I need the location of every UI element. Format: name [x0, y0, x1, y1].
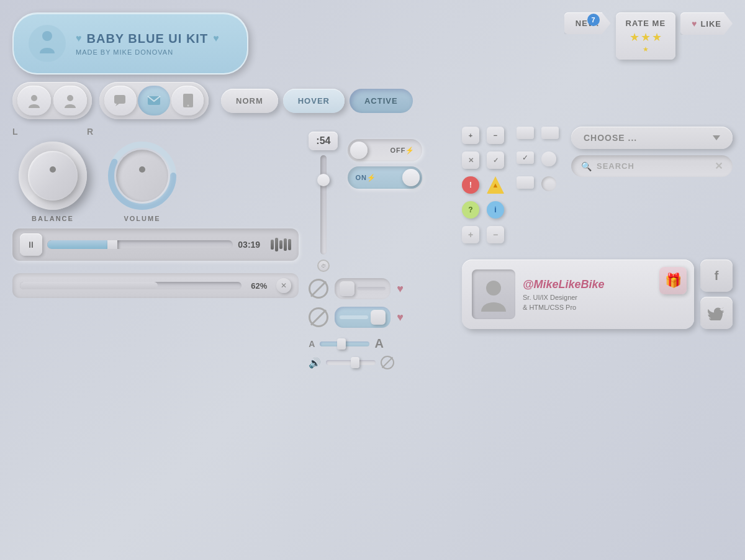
tab-icon-group	[99, 82, 209, 119]
download-close-button[interactable]: ✕	[276, 278, 291, 293]
star-1: ★	[630, 30, 639, 44]
h-toggle-2-track	[340, 315, 368, 319]
progress-thumb	[107, 240, 117, 249]
banner: ♥ BABY BLUE UI KIT ♥ MADE BY MIKE DONOVA…	[12, 12, 248, 75]
eq-bar-3	[279, 240, 282, 249]
forbidden-line-1	[310, 281, 327, 297]
warning-icon: ▲	[487, 176, 504, 194]
svg-point-0	[42, 31, 52, 41]
user-btn-2[interactable]	[53, 86, 87, 115]
top-right-buttons: NEW! 7 RATE ME ★ ★ ★ ★ ♥ LIKE	[256, 12, 733, 60]
social-profile-row: @MikeLikeBike Sr. UI/IX Designer & HTML/…	[462, 260, 733, 329]
user-btn-1[interactable]	[17, 86, 51, 115]
download-fill	[20, 282, 158, 289]
x-icon[interactable]: ✕	[462, 151, 479, 169]
font-slider-track[interactable]	[320, 341, 369, 346]
facebook-icon: f	[715, 269, 719, 283]
profile-card-wrap: @MikeLikeBike Sr. UI/IX Designer & HTML/…	[462, 260, 694, 329]
time-display: 03:19	[238, 240, 266, 250]
twitter-button[interactable]	[700, 297, 733, 329]
balance-knob-container: L R BALANCE	[12, 127, 93, 222]
right-top: + − ✕ ✓ ! ▲ ? i + −	[462, 127, 733, 248]
banner-text: ♥ BABY BLUE UI KIT ♥ MADE BY MIKE DONOVA…	[76, 31, 232, 56]
forbidden-icon-2	[309, 307, 328, 327]
hover-label: HOVER	[298, 96, 330, 106]
svg-point-2	[67, 95, 73, 101]
new-button-wrap: NEW! 7	[564, 12, 611, 34]
eq-bars	[271, 238, 291, 251]
clock-icon: ⏱	[317, 260, 330, 272]
pause-button[interactable]: ⏸	[20, 233, 42, 256]
volume-knob[interactable]	[108, 142, 176, 210]
volume-slider-track[interactable]	[326, 360, 376, 365]
banner-heart-left: ♥	[76, 33, 82, 44]
avatar-icon	[478, 276, 509, 313]
gift-icon: 🎁	[659, 267, 687, 294]
choose-dropdown[interactable]: CHOOSE ...	[571, 127, 733, 149]
checkbox-empty-1[interactable]	[517, 127, 534, 139]
checkbox-empty-3[interactable]	[517, 176, 534, 189]
tablet-icon	[179, 93, 196, 109]
norm-button[interactable]: NORM	[221, 89, 278, 113]
vertical-slider-track[interactable]	[320, 155, 327, 255]
toggle-on[interactable]: ON⚡	[348, 166, 422, 189]
search-label: SEARCH	[597, 161, 710, 171]
check-icon[interactable]: ✓	[487, 151, 504, 169]
choose-arrow-icon	[713, 135, 720, 140]
mute-icon	[381, 356, 394, 369]
mail-icon	[146, 93, 162, 109]
tab-mail[interactable]	[138, 86, 170, 115]
active-label: ACTIVE	[364, 96, 398, 106]
star-sub-rating: ★	[643, 45, 649, 53]
balance-lr-labels: L R	[12, 127, 93, 137]
tab-chat[interactable]	[104, 86, 137, 115]
minus-outline-icon[interactable]: −	[487, 226, 504, 243]
balance-label: BALANCE	[32, 215, 74, 222]
font-slider-thumb	[337, 338, 346, 350]
radio-empty[interactable]	[541, 151, 556, 166]
h-toggle-1[interactable]	[335, 278, 391, 299]
eq-bar-4	[284, 238, 287, 251]
volume-label: VOLUME	[124, 215, 160, 222]
radio-selected[interactable]	[541, 176, 556, 191]
sections-wrapper: L R BALANCE	[12, 127, 733, 548]
minus-icon[interactable]: −	[487, 127, 504, 144]
eq-bar-5	[288, 239, 291, 250]
h-toggle-2[interactable]	[335, 307, 391, 328]
toggle-off[interactable]: OFF⚡	[348, 139, 422, 161]
question-icon: ?	[462, 201, 479, 219]
banner-title: BABY BLUE UI KIT	[87, 31, 209, 46]
checkbox-checked[interactable]: ✓	[517, 151, 534, 164]
icons-grid: + − ✕ ✓ ! ▲ ? i + −	[462, 127, 509, 248]
speaker-icon: 🔊	[309, 357, 321, 369]
like-label: LIKE	[700, 19, 721, 29]
mute-line	[382, 357, 393, 368]
plus-icon[interactable]: +	[462, 127, 479, 144]
banner-icon	[29, 25, 66, 62]
like-button[interactable]: ♥ LIKE	[680, 12, 733, 35]
balance-knob[interactable]	[19, 142, 87, 210]
tab-tablet[interactable]	[171, 86, 204, 115]
avatar-box	[472, 269, 515, 319]
profile-subtitle: & HTML/CSS Pro	[523, 304, 684, 311]
toggle-pair: OFF⚡ ON⚡	[348, 139, 422, 189]
checkboxes-grid: ✓	[517, 127, 564, 248]
user-buttons-group	[12, 82, 92, 119]
volume-slider-row: 🔊	[309, 356, 452, 369]
new-button[interactable]: NEW!	[564, 12, 611, 34]
svg-point-1	[31, 95, 37, 101]
progress-track[interactable]	[47, 240, 233, 249]
volume-knob-container: VOLUME	[108, 142, 176, 222]
plus-outline-icon[interactable]: +	[462, 226, 479, 243]
toggle-row-2: ♥	[309, 307, 452, 328]
toggle-off-label: OFF⚡	[390, 147, 415, 155]
facebook-button[interactable]: f	[700, 260, 733, 292]
left-label: L	[12, 127, 18, 137]
rate-me-button[interactable]: RATE ME ★ ★ ★ ★	[616, 12, 676, 60]
active-button[interactable]: ACTIVE	[350, 89, 413, 113]
error-icon: !	[462, 176, 479, 194]
search-clear-button[interactable]: ✕	[715, 160, 723, 172]
star-sub: ★	[643, 45, 649, 53]
checkbox-empty-2[interactable]	[541, 127, 559, 139]
hover-button[interactable]: HOVER	[283, 89, 345, 113]
